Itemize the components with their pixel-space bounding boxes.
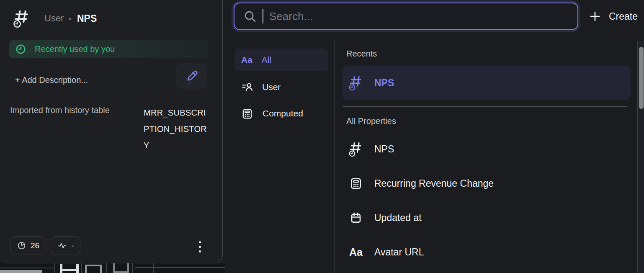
calendar-icon bbox=[348, 211, 363, 224]
breadcrumb-separator-icon: ▸ bbox=[69, 15, 72, 22]
search-bar[interactable] bbox=[234, 3, 578, 30]
breadcrumb-current: NPS bbox=[77, 13, 97, 24]
sample-count-button[interactable]: 26 bbox=[10, 236, 46, 255]
recents-header: Recents bbox=[346, 49, 377, 59]
more-options-button[interactable] bbox=[193, 238, 207, 255]
number-clock-icon bbox=[348, 75, 363, 91]
trend-button[interactable]: - bbox=[51, 236, 80, 255]
pencil-icon bbox=[185, 70, 198, 83]
create-button-label: Create bbox=[609, 11, 638, 22]
background-line bbox=[135, 267, 225, 268]
text-cursor bbox=[263, 9, 263, 23]
clock-icon bbox=[15, 44, 26, 55]
add-description-field[interactable]: + Add Description... bbox=[15, 75, 88, 85]
horizontal-scrollbar[interactable] bbox=[0, 270, 42, 273]
text-type-icon: Aa bbox=[348, 246, 363, 258]
text-type-icon: Aa bbox=[241, 55, 252, 65]
calculator-icon bbox=[241, 108, 253, 120]
property-item-label: Recurring Revenue Change bbox=[374, 178, 494, 189]
breadcrumb-parent[interactable]: User bbox=[44, 13, 64, 24]
filter-tab-user-label: User bbox=[262, 82, 281, 92]
filter-tab-all[interactable]: Aa All bbox=[234, 49, 328, 71]
vertical-divider bbox=[334, 40, 335, 273]
background-line bbox=[153, 263, 154, 273]
background-line bbox=[106, 263, 107, 273]
filter-tab-computed[interactable]: Computed bbox=[234, 104, 328, 123]
property-item-label: Updated at bbox=[374, 212, 422, 224]
recent-item-label: NPS bbox=[374, 77, 394, 89]
property-item-nps[interactable]: NPS bbox=[343, 139, 631, 159]
pie-chart-icon bbox=[17, 241, 26, 250]
calculator-icon bbox=[348, 177, 363, 190]
property-details-panel: User ▸ NPS Recently used by you + Add De… bbox=[0, 0, 223, 263]
property-item-recurring-revenue-change[interactable]: Recurring Revenue Change bbox=[343, 173, 631, 193]
imported-table-value: MRR_SUBSCRIPTION_HISTORY bbox=[144, 105, 210, 154]
filter-tab-user[interactable]: User bbox=[234, 79, 328, 95]
user-properties-icon bbox=[241, 81, 253, 93]
imported-from-label: Imported from history table bbox=[10, 106, 110, 115]
sample-count-value: 26 bbox=[31, 241, 39, 250]
number-clock-icon bbox=[13, 8, 31, 28]
background-line bbox=[54, 263, 55, 273]
breadcrumb: User ▸ NPS bbox=[44, 13, 97, 24]
create-button[interactable]: Create bbox=[586, 6, 640, 27]
property-picker-screen: User ▸ NPS Recently used by you + Add De… bbox=[0, 0, 644, 273]
scrollbar-thumb[interactable] bbox=[639, 47, 644, 109]
property-item-label: Avatar URL bbox=[374, 247, 424, 258]
background-glyph bbox=[85, 265, 102, 273]
background-line bbox=[132, 263, 133, 273]
background-table-fragment bbox=[0, 263, 225, 273]
search-icon bbox=[244, 10, 257, 23]
property-item-avatar-url[interactable]: Aa Avatar URL bbox=[343, 242, 631, 262]
filter-tab-all-label: All bbox=[262, 55, 271, 65]
kebab-icon bbox=[199, 241, 201, 243]
plus-icon bbox=[589, 10, 601, 23]
section-divider bbox=[343, 106, 627, 107]
all-properties-header: All Properties bbox=[346, 116, 396, 126]
recently-used-label: Recently used by you bbox=[35, 44, 115, 54]
background-line bbox=[81, 263, 82, 273]
trend-value: - bbox=[71, 241, 74, 250]
edit-description-button[interactable] bbox=[176, 63, 207, 89]
pulse-icon bbox=[57, 241, 67, 250]
panel-footer: 26 - bbox=[10, 236, 80, 255]
background-glyph bbox=[113, 263, 129, 273]
recent-item-nps[interactable]: NPS bbox=[343, 66, 631, 100]
property-item-label: NPS bbox=[374, 144, 394, 155]
search-input[interactable] bbox=[269, 10, 577, 23]
background-line bbox=[0, 268, 54, 268]
panel-header: User ▸ NPS bbox=[13, 8, 97, 29]
background-glyph bbox=[60, 264, 79, 273]
property-item-updated-at[interactable]: Updated at bbox=[343, 208, 631, 228]
filter-tab-computed-label: Computed bbox=[263, 108, 303, 118]
recently-used-badge: Recently used by you bbox=[9, 40, 209, 58]
number-clock-icon bbox=[348, 141, 363, 157]
